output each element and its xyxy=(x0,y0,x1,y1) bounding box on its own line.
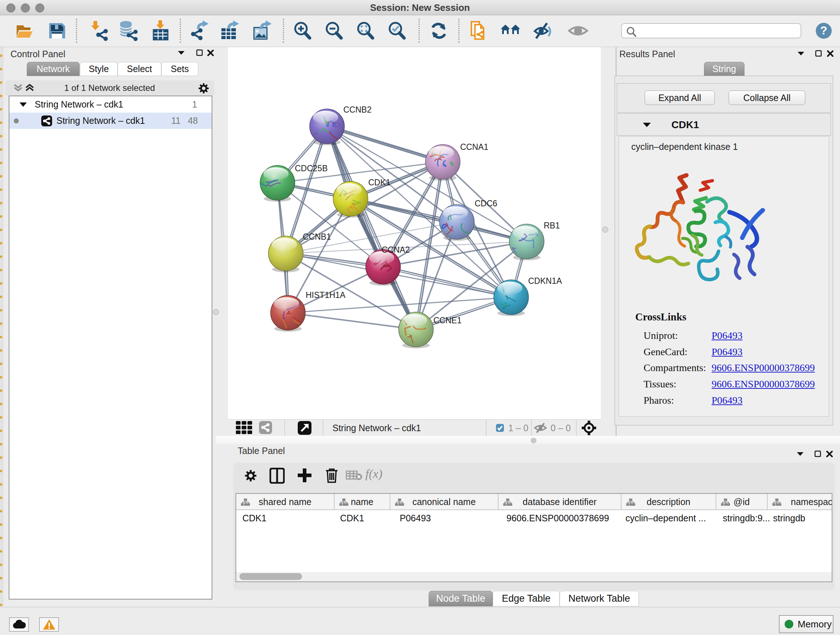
svg-text:CCNB2: CCNB2 xyxy=(343,105,371,114)
svg-text:RB1: RB1 xyxy=(544,221,560,230)
svg-text:CCNB1: CCNB1 xyxy=(303,232,331,241)
svg-text:CCNA1: CCNA1 xyxy=(460,142,488,152)
svg-text:CDK1: CDK1 xyxy=(368,178,390,187)
svg-text:CDKN1A: CDKN1A xyxy=(528,276,562,286)
svg-text:CDC25B: CDC25B xyxy=(295,164,328,173)
svg-text:HIST1H1A: HIST1H1A xyxy=(306,290,346,300)
svg-text:CDC6: CDC6 xyxy=(475,199,497,208)
svg-text:CCNA2: CCNA2 xyxy=(382,245,410,255)
svg-text:?: ? xyxy=(820,24,827,37)
svg-text:CCNE1: CCNE1 xyxy=(433,316,462,325)
